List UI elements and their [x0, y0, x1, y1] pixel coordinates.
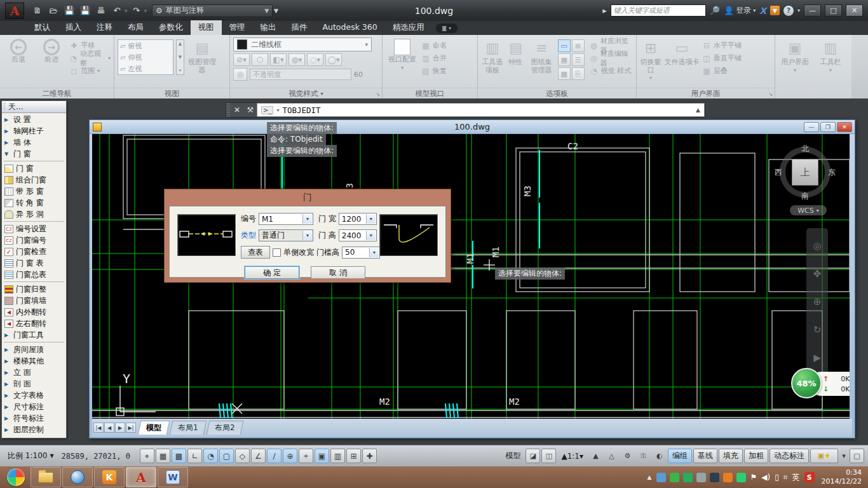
nav-wheel-icon[interactable]: ◎ — [813, 240, 821, 252]
ribbon-tab-7[interactable]: 输出 — [253, 20, 284, 35]
layout2-icon[interactable]: ◫ — [541, 449, 556, 463]
ime-indicator[interactable]: 英 — [792, 472, 800, 483]
chevron-down-icon[interactable]: ▼ — [4, 151, 11, 157]
network-icon[interactable]: ⌗ — [783, 473, 788, 482]
door-plan-preview[interactable] — [177, 214, 236, 256]
ribbon-tab-1[interactable]: 插入 — [58, 20, 89, 35]
layout-tab-1[interactable]: 布局1 — [170, 421, 207, 435]
annotation-scale-button[interactable]: ▲ 1:1 ▾ — [557, 449, 587, 463]
tile-vertical-button[interactable]: ◫垂直平铺 — [702, 52, 742, 64]
chevron-right-icon[interactable]: ▶ — [4, 128, 11, 134]
workspace-gear-icon[interactable]: ⚙ — [620, 449, 635, 463]
sidebar-item-6[interactable]: 组合门窗 — [2, 174, 66, 186]
sidebar-item-30[interactable]: ▶图层控制 — [2, 424, 66, 435]
layout-tab-2[interactable]: 布局2 — [206, 421, 243, 435]
workspace-dropdown[interactable]: ⚙ 草图与注释 ▼ — [152, 4, 273, 17]
tab-prev-icon[interactable]: ◀ — [104, 423, 114, 433]
tray-icon-0[interactable] — [656, 473, 666, 482]
nav-motion-icon[interactable]: ▶ — [813, 352, 821, 363]
view-list-scrollbar[interactable]: ▲▼▾ — [176, 39, 184, 75]
tarch-toggle-0[interactable]: 编组 — [668, 449, 692, 463]
tarch-toggle-3[interactable]: 加粗 — [744, 449, 768, 463]
chevron-right-icon[interactable]: ▶ — [4, 393, 11, 398]
drawing-minimize-button[interactable]: — — [804, 122, 819, 132]
tarch-toggle-4[interactable]: 动态标注 — [770, 449, 809, 463]
sidebar-item-25[interactable]: ▶立 面 — [2, 367, 66, 378]
command-dropdown-icon[interactable]: ▾ — [276, 107, 279, 113]
sidebar-item-13[interactable]: ✓门窗检查 — [2, 246, 66, 257]
viewport-named-button[interactable]: ▦命名 — [421, 39, 447, 51]
sogou-icon[interactable]: S — [804, 472, 815, 482]
tarch-toggle-2[interactable]: 填充 — [719, 449, 743, 463]
new-file-icon[interactable]: 🗎 — [31, 4, 44, 17]
zoom-forward-button[interactable]: → 前进 — [36, 37, 67, 64]
door-elevation-preview[interactable] — [379, 214, 438, 256]
view-list-item-1[interactable]: ▱仰视 — [118, 51, 173, 63]
sidebar-item-29[interactable]: ▶符号标注 — [2, 412, 66, 424]
chevron-right-icon[interactable]: ▶ — [4, 140, 11, 146]
door-dialog-title[interactable]: 门 — [165, 189, 451, 206]
battery-icon[interactable]: ▯ — [775, 473, 779, 482]
tray-expand-icon[interactable]: ▲ — [648, 474, 652, 480]
file-tabs-button[interactable]: ▭ 文件选项卡 — [664, 37, 700, 67]
lock-icon[interactable]: ⚿ — [636, 449, 651, 463]
tray-icon-4[interactable] — [710, 473, 719, 482]
vs-wireframe-icon[interactable]: ⊘▾ — [233, 53, 250, 66]
vs-xray-icon[interactable]: ◌▾ — [307, 53, 323, 66]
status-toggle-6[interactable]: ◇ — [235, 449, 250, 463]
view-manager-button[interactable]: ▤ 视图管理器 — [187, 37, 217, 74]
ribbon-tab-6[interactable]: 管理 — [222, 20, 253, 35]
ribbon-tab-2[interactable]: 注释 — [89, 20, 120, 35]
calculator-icon[interactable]: ▦ — [558, 53, 571, 66]
sheet-set-manager-button[interactable]: ≡ 图纸集管理器 — [528, 37, 555, 74]
tray-icon-2[interactable] — [683, 473, 693, 482]
ribbon-tab-10[interactable]: 精选应用 — [385, 20, 432, 35]
clipboard-palette-icon[interactable]: ⎘ — [572, 67, 585, 80]
tray-icon-5[interactable] — [723, 473, 733, 482]
single-side-checkbox[interactable] — [273, 248, 281, 257]
save-icon[interactable]: 💾 — [62, 4, 76, 17]
signin-button[interactable]: 👤 登录 ▾ — [724, 5, 756, 16]
speaker-icon[interactable]: ◀) — [761, 473, 770, 482]
single-side-label[interactable]: 单侧改宽 — [283, 247, 314, 258]
viewcube-east[interactable]: 东 — [828, 167, 836, 178]
chevron-right-icon[interactable]: ▶ — [4, 370, 11, 376]
save-as-icon[interactable]: 💾 — [78, 4, 92, 17]
door-height-select[interactable]: 2400▾ — [339, 229, 377, 241]
sidebar-item-11[interactable]: C2编号设置 — [2, 223, 66, 234]
viewport-join-button[interactable]: ▥合并 — [421, 52, 447, 64]
vs-shaded-icon[interactable]: ◧▾ — [270, 53, 287, 66]
view-list-item-0[interactable]: ▱俯视 — [118, 40, 173, 51]
count-palette-icon[interactable]: ⊞ — [572, 39, 585, 52]
taskbar-word[interactable]: W — [158, 467, 188, 487]
cascade-button[interactable]: ▦层叠 — [702, 65, 742, 77]
status-toggle-14[interactable]: ✚ — [362, 449, 377, 463]
annotation-vis-icon[interactable]: △ — [604, 449, 619, 463]
orbit-button[interactable]: ◔动态观察 ▾ — [69, 52, 111, 64]
nav-zoom-icon[interactable]: ⊕ — [813, 296, 822, 308]
sidebar-item-24[interactable]: ▶楼梯其他 — [2, 355, 66, 367]
ribbon-tab-0[interactable]: 默认 — [27, 20, 58, 35]
zoom-back-button[interactable]: ← 后退 — [3, 37, 34, 64]
viewport-restore-button[interactable]: ▧恢复 — [421, 65, 447, 77]
tab-next-icon[interactable]: ▶ — [115, 423, 125, 433]
command-input[interactable]: >_ ▾ TOBJEDIT ▲ — [257, 103, 705, 117]
search-icon[interactable]: 🔎 — [710, 6, 720, 15]
navigation-bar[interactable]: ◎ ✥ ⊕ ↻ ▶ — [806, 228, 828, 376]
ribbon-tab-3[interactable]: 布局 — [120, 20, 151, 35]
viewcube[interactable]: 北 南 西 东 上 — [778, 146, 832, 199]
sidebar-item-23[interactable]: ▶房间屋顶 — [2, 344, 66, 355]
chevron-right-icon[interactable]: ▶ — [4, 404, 11, 410]
sidebar-item-7[interactable]: 带 形 窗 — [2, 186, 66, 197]
viewport-config-button[interactable]: 视口配置▾ — [386, 37, 419, 71]
chevron-right-icon[interactable]: ▶ — [4, 358, 11, 364]
taskbar-kingsoft[interactable]: K — [94, 467, 125, 487]
ribbon-tab-9[interactable]: Autodesk 360 — [315, 20, 385, 35]
door-type-label[interactable]: 类型 — [241, 230, 256, 241]
door-width-select[interactable]: 1200▾ — [339, 213, 377, 225]
wcs-dropdown[interactable]: WCS▾ — [790, 205, 827, 215]
lookup-table-button[interactable]: 查表 — [241, 246, 270, 259]
viewcube-top-face[interactable]: 上 — [792, 159, 818, 186]
command-close-icon[interactable]: ✕ — [230, 103, 244, 117]
speed-widget[interactable]: ↑0K/s ↓0K/s 48% — [791, 368, 850, 398]
